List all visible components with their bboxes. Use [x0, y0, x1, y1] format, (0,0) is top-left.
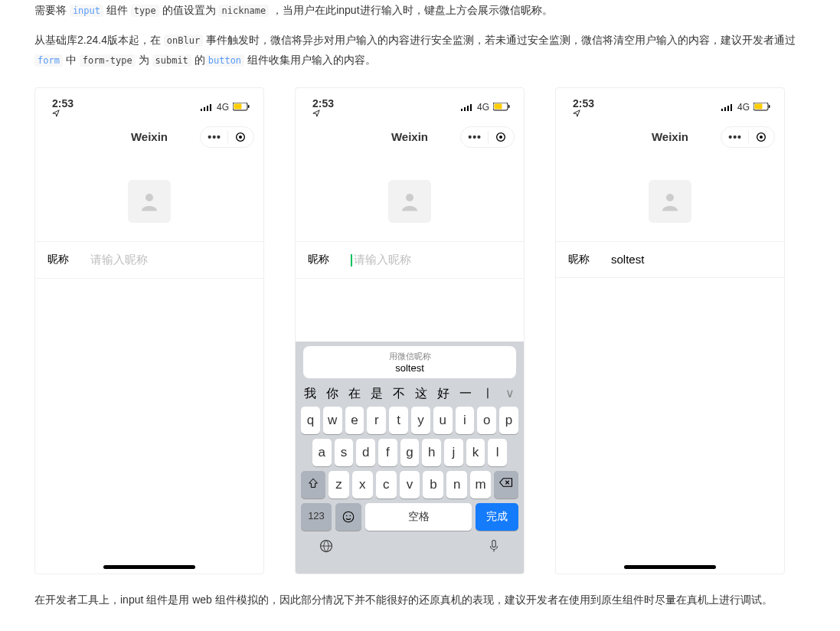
svg-point-9 [145, 194, 153, 201]
key[interactable]: t [389, 407, 408, 434]
capsule-button[interactable]: ••• [200, 126, 254, 148]
close-icon[interactable] [489, 131, 507, 143]
backspace-key[interactable] [494, 471, 518, 499]
key[interactable]: r [367, 407, 386, 434]
signal-icon [461, 103, 473, 111]
nickname-input[interactable]: 请输入昵称 [351, 253, 512, 267]
key[interactable]: q [301, 407, 320, 434]
emoji-key[interactable] [335, 503, 361, 531]
avatar[interactable] [128, 180, 171, 223]
key[interactable]: e [345, 407, 364, 434]
key[interactable]: a [312, 439, 332, 466]
svg-rect-6 [248, 105, 250, 108]
page-title: Weixin [652, 130, 688, 143]
globe-icon[interactable] [319, 538, 334, 554]
key[interactable]: v [400, 471, 420, 499]
candidate[interactable]: 在 [343, 386, 365, 402]
battery-icon [233, 103, 250, 111]
key[interactable]: n [446, 471, 467, 499]
num-key[interactable]: 123 [301, 503, 332, 531]
nickname-input[interactable]: soltest [611, 253, 772, 266]
candidate[interactable]: 一 [454, 386, 476, 402]
key[interactable]: m [470, 471, 491, 499]
nickname-field[interactable]: 昵称 请输入昵称 [35, 241, 263, 279]
candidate[interactable]: 不 [387, 386, 410, 402]
key-row-1: q w e r t y u i o p [299, 407, 521, 434]
svg-rect-27 [727, 106, 729, 111]
svg-point-19 [406, 194, 413, 201]
space-key[interactable]: 空格 [365, 503, 472, 531]
avatar-placeholder-icon [138, 190, 161, 213]
avatar[interactable] [649, 180, 691, 223]
avatar-placeholder-icon [659, 190, 681, 213]
field-label: 昵称 [47, 253, 90, 266]
svg-point-21 [346, 515, 348, 517]
svg-point-20 [343, 512, 354, 522]
paragraph-2: 从基础库2.24.4版本起，在 onBlur 事件触发时，微信将异步对用户输入的… [34, 30, 806, 70]
capsule-button[interactable]: ••• [721, 126, 775, 148]
done-key[interactable]: 完成 [476, 503, 518, 531]
code-type: type [131, 5, 159, 17]
key[interactable]: x [352, 471, 373, 499]
home-indicator [624, 565, 716, 569]
nickname-suggestion[interactable]: 用微信昵称 soltest [303, 346, 516, 378]
key[interactable]: l [488, 439, 507, 466]
candidate[interactable]: 这 [410, 386, 432, 402]
key[interactable]: i [456, 407, 475, 434]
key[interactable]: u [433, 407, 453, 434]
key[interactable]: w [323, 407, 342, 434]
chevron-down-icon[interactable]: ∨ [498, 386, 521, 402]
location-icon [573, 110, 580, 117]
key[interactable]: z [328, 471, 349, 499]
mic-icon[interactable] [487, 538, 501, 554]
shift-key[interactable] [301, 471, 325, 499]
svg-rect-11 [464, 107, 466, 111]
svg-point-8 [239, 136, 242, 139]
nav-bar: Weixin ••• [35, 122, 263, 152]
key[interactable]: o [477, 407, 496, 434]
page-title: Weixin [131, 130, 168, 143]
key[interactable]: j [444, 439, 463, 466]
key-row-bottom: 123 空格 完成 [299, 503, 521, 531]
phone-1: 2:53 4G Weixin ••• 昵称 [34, 87, 264, 574]
code-input: input [70, 5, 103, 17]
candidate[interactable]: 是 [365, 386, 387, 402]
key-row-2: a s d f g h j k l [299, 439, 521, 466]
more-icon[interactable]: ••• [208, 131, 228, 143]
svg-point-22 [350, 515, 351, 517]
status-time: 2:53 [52, 97, 77, 117]
more-icon[interactable]: ••• [728, 131, 749, 143]
close-icon[interactable] [228, 131, 247, 143]
svg-rect-15 [495, 104, 502, 110]
key[interactable]: y [411, 407, 430, 434]
capsule-button[interactable]: ••• [460, 126, 515, 148]
key[interactable]: c [376, 471, 397, 499]
code-nickname: nickname [218, 5, 269, 17]
candidate[interactable]: 我 [299, 386, 321, 402]
key[interactable]: p [499, 407, 518, 434]
key[interactable]: f [378, 439, 397, 466]
avatar-placeholder-icon [398, 190, 421, 213]
nickname-input[interactable]: 请输入昵称 [90, 253, 251, 267]
key[interactable]: g [400, 439, 420, 466]
candidate[interactable]: ㅣ [476, 386, 498, 402]
paragraph-3: 在开发者工具上，input 组件是用 web 组件模拟的，因此部分情况下并不能很… [34, 590, 806, 610]
key[interactable]: s [335, 439, 354, 466]
key[interactable]: k [466, 439, 485, 466]
key[interactable]: h [422, 439, 441, 466]
key[interactable]: d [356, 439, 375, 466]
key[interactable]: b [423, 471, 443, 499]
nickname-field[interactable]: 昵称 soltest [556, 241, 784, 278]
close-icon[interactable] [749, 131, 767, 143]
svg-rect-1 [204, 107, 205, 111]
nickname-field[interactable]: 昵称 请输入昵称 [296, 241, 524, 279]
more-icon[interactable]: ••• [468, 131, 489, 143]
candidate[interactable]: 你 [321, 386, 343, 402]
suggestion-value: soltest [303, 362, 516, 374]
location-icon [312, 110, 320, 117]
svg-rect-3 [210, 104, 211, 111]
battery-icon [753, 103, 770, 111]
signal-icon [721, 103, 734, 111]
candidate[interactable]: 好 [432, 386, 454, 402]
avatar[interactable] [388, 180, 431, 223]
